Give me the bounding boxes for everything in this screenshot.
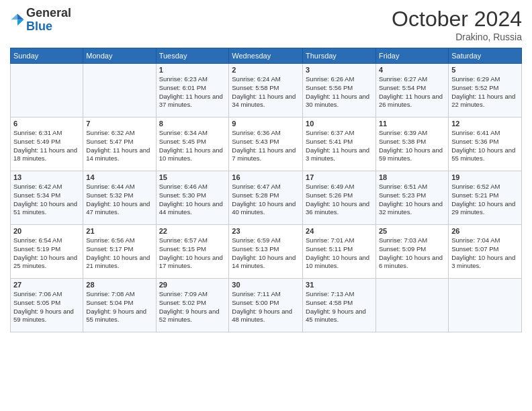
calendar-cell: 5Sunrise: 6:29 AM Sunset: 5:52 PM Daylig… <box>449 64 522 118</box>
calendar-week-5: 27Sunrise: 7:06 AM Sunset: 5:05 PM Dayli… <box>11 279 522 332</box>
day-number: 4 <box>379 66 445 74</box>
day-number: 26 <box>451 227 519 235</box>
day-number: 28 <box>86 281 152 289</box>
day-number: 31 <box>306 281 373 289</box>
col-saturday: Saturday <box>449 48 522 64</box>
logo-general-text: General <box>26 7 71 20</box>
day-number: 7 <box>86 120 152 128</box>
day-number: 22 <box>159 227 226 235</box>
calendar-cell: 20Sunrise: 6:54 AM Sunset: 5:19 PM Dayli… <box>11 225 83 279</box>
day-number: 19 <box>451 173 519 181</box>
day-info: Sunrise: 6:36 AM Sunset: 5:43 PM Dayligh… <box>232 129 300 163</box>
calendar-cell: 24Sunrise: 7:01 AM Sunset: 5:11 PM Dayli… <box>303 225 376 279</box>
day-info: Sunrise: 6:52 AM Sunset: 5:21 PM Dayligh… <box>451 183 519 217</box>
day-number: 11 <box>379 120 445 128</box>
day-number: 20 <box>13 227 80 235</box>
calendar-cell: 23Sunrise: 6:59 AM Sunset: 5:13 PM Dayli… <box>229 225 303 279</box>
calendar-cell: 14Sunrise: 6:44 AM Sunset: 5:32 PM Dayli… <box>83 171 156 225</box>
calendar-cell: 22Sunrise: 6:57 AM Sunset: 5:15 PM Dayli… <box>156 225 229 279</box>
day-number: 9 <box>232 120 300 128</box>
calendar-cell: 25Sunrise: 7:03 AM Sunset: 5:09 PM Dayli… <box>375 225 448 279</box>
day-number: 5 <box>451 66 519 74</box>
month-title: October 2024 <box>392 7 522 32</box>
day-number: 21 <box>86 227 152 235</box>
calendar-cell: 13Sunrise: 6:42 AM Sunset: 5:34 PM Dayli… <box>11 171 83 225</box>
calendar-cell: 16Sunrise: 6:47 AM Sunset: 5:28 PM Dayli… <box>229 171 303 225</box>
col-monday: Monday <box>83 48 156 64</box>
col-wednesday: Wednesday <box>229 48 303 64</box>
day-info: Sunrise: 6:46 AM Sunset: 5:30 PM Dayligh… <box>159 183 226 217</box>
day-info: Sunrise: 6:23 AM Sunset: 6:01 PM Dayligh… <box>159 75 226 109</box>
calendar-cell: 31Sunrise: 7:13 AM Sunset: 4:58 PM Dayli… <box>303 279 376 332</box>
day-info: Sunrise: 7:03 AM Sunset: 5:09 PM Dayligh… <box>379 236 445 271</box>
calendar-cell <box>11 64 83 118</box>
day-info: Sunrise: 7:13 AM Sunset: 4:58 PM Dayligh… <box>306 290 373 324</box>
calendar-cell: 19Sunrise: 6:52 AM Sunset: 5:21 PM Dayli… <box>449 171 522 225</box>
svg-marker-0 <box>17 13 24 19</box>
weekday-row: Sunday Monday Tuesday Wednesday Thursday… <box>11 48 522 64</box>
page: General Blue October 2024 Drakino, Russi… <box>0 0 532 411</box>
calendar-cell: 26Sunrise: 7:04 AM Sunset: 5:07 PM Dayli… <box>449 225 522 279</box>
day-number: 8 <box>159 120 226 128</box>
day-number: 23 <box>232 227 300 235</box>
calendar-week-3: 13Sunrise: 6:42 AM Sunset: 5:34 PM Dayli… <box>11 171 522 225</box>
calendar-cell: 11Sunrise: 6:39 AM Sunset: 5:38 PM Dayli… <box>375 118 448 171</box>
day-number: 29 <box>159 281 226 289</box>
day-number: 12 <box>451 120 519 128</box>
day-info: Sunrise: 7:08 AM Sunset: 5:04 PM Dayligh… <box>86 290 152 324</box>
day-info: Sunrise: 7:01 AM Sunset: 5:11 PM Dayligh… <box>306 236 373 271</box>
day-info: Sunrise: 6:41 AM Sunset: 5:36 PM Dayligh… <box>451 129 519 163</box>
col-tuesday: Tuesday <box>156 48 229 64</box>
calendar-cell: 10Sunrise: 6:37 AM Sunset: 5:41 PM Dayli… <box>303 118 376 171</box>
header: General Blue October 2024 Drakino, Russi… <box>10 7 522 42</box>
calendar-cell: 8Sunrise: 6:34 AM Sunset: 5:45 PM Daylig… <box>156 118 229 171</box>
logo-text: General Blue <box>26 7 71 34</box>
logo-icon <box>10 13 25 28</box>
day-number: 13 <box>13 173 80 181</box>
day-info: Sunrise: 6:54 AM Sunset: 5:19 PM Dayligh… <box>13 236 80 271</box>
col-thursday: Thursday <box>303 48 376 64</box>
calendar-cell: 29Sunrise: 7:09 AM Sunset: 5:02 PM Dayli… <box>156 279 229 332</box>
day-number: 10 <box>306 120 373 128</box>
day-info: Sunrise: 6:57 AM Sunset: 5:15 PM Dayligh… <box>159 236 226 271</box>
calendar-cell: 30Sunrise: 7:11 AM Sunset: 5:00 PM Dayli… <box>229 279 303 332</box>
logo-blue-text: Blue <box>26 20 71 34</box>
day-info: Sunrise: 6:29 AM Sunset: 5:52 PM Dayligh… <box>451 75 519 109</box>
day-info: Sunrise: 6:59 AM Sunset: 5:13 PM Dayligh… <box>232 236 300 271</box>
col-sunday: Sunday <box>11 48 83 64</box>
col-friday: Friday <box>375 48 448 64</box>
day-info: Sunrise: 6:34 AM Sunset: 5:45 PM Dayligh… <box>159 129 226 163</box>
svg-marker-1 <box>17 19 24 26</box>
calendar-cell <box>83 64 156 118</box>
calendar-week-1: 1Sunrise: 6:23 AM Sunset: 6:01 PM Daylig… <box>11 64 522 118</box>
calendar-cell: 3Sunrise: 6:26 AM Sunset: 5:56 PM Daylig… <box>303 64 376 118</box>
day-number: 27 <box>13 281 80 289</box>
calendar-cell: 28Sunrise: 7:08 AM Sunset: 5:04 PM Dayli… <box>83 279 156 332</box>
calendar-cell: 6Sunrise: 6:31 AM Sunset: 5:49 PM Daylig… <box>11 118 83 171</box>
day-info: Sunrise: 6:24 AM Sunset: 5:58 PM Dayligh… <box>232 75 300 109</box>
day-info: Sunrise: 6:27 AM Sunset: 5:54 PM Dayligh… <box>379 75 445 109</box>
title-area: October 2024 Drakino, Russia <box>392 7 522 42</box>
day-info: Sunrise: 6:39 AM Sunset: 5:38 PM Dayligh… <box>379 129 445 163</box>
calendar-cell: 7Sunrise: 6:32 AM Sunset: 5:47 PM Daylig… <box>83 118 156 171</box>
calendar-cell: 1Sunrise: 6:23 AM Sunset: 6:01 PM Daylig… <box>156 64 229 118</box>
day-number: 18 <box>379 173 445 181</box>
svg-marker-2 <box>11 13 17 19</box>
calendar-cell <box>449 279 522 332</box>
day-number: 30 <box>232 281 300 289</box>
day-info: Sunrise: 6:56 AM Sunset: 5:17 PM Dayligh… <box>86 236 152 271</box>
logo: General Blue <box>10 7 71 34</box>
calendar-week-2: 6Sunrise: 6:31 AM Sunset: 5:49 PM Daylig… <box>11 118 522 171</box>
calendar-cell: 18Sunrise: 6:51 AM Sunset: 5:23 PM Dayli… <box>375 171 448 225</box>
calendar-cell: 15Sunrise: 6:46 AM Sunset: 5:30 PM Dayli… <box>156 171 229 225</box>
calendar-cell <box>375 279 448 332</box>
location: Drakino, Russia <box>392 32 522 42</box>
day-number: 1 <box>159 66 226 74</box>
calendar-week-4: 20Sunrise: 6:54 AM Sunset: 5:19 PM Dayli… <box>11 225 522 279</box>
calendar-cell: 12Sunrise: 6:41 AM Sunset: 5:36 PM Dayli… <box>449 118 522 171</box>
day-number: 16 <box>232 173 300 181</box>
calendar-body: 1Sunrise: 6:23 AM Sunset: 6:01 PM Daylig… <box>11 64 522 332</box>
day-number: 6 <box>13 120 80 128</box>
day-number: 15 <box>159 173 226 181</box>
day-info: Sunrise: 6:31 AM Sunset: 5:49 PM Dayligh… <box>13 129 80 163</box>
